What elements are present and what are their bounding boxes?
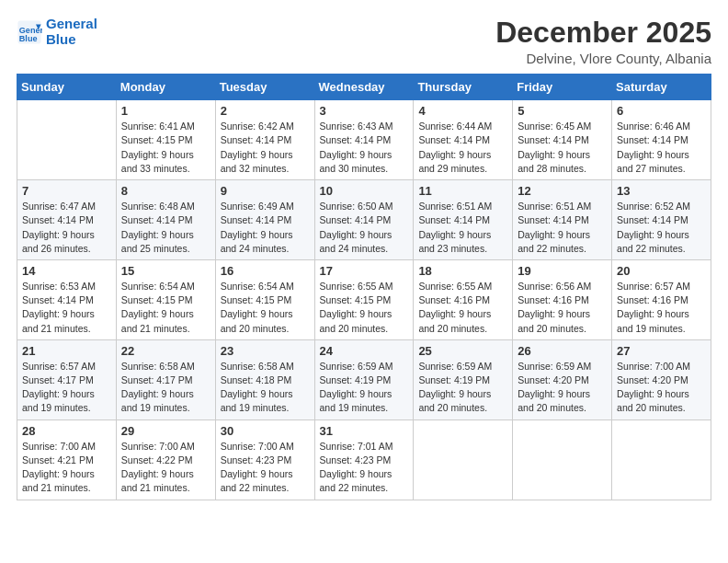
day-number: 14 — [22, 264, 111, 278]
calendar-cell: 27Sunrise: 7:00 AMSunset: 4:20 PMDayligh… — [612, 339, 711, 419]
day-number: 2 — [221, 104, 310, 118]
svg-text:Blue: Blue — [19, 33, 38, 42]
calendar-cell: 7Sunrise: 6:47 AMSunset: 4:14 PMDaylight… — [17, 180, 117, 260]
day-number: 4 — [418, 104, 507, 118]
calendar-cell: 19Sunrise: 6:56 AMSunset: 4:16 PMDayligh… — [513, 259, 612, 339]
calendar-cell: 31Sunrise: 7:01 AMSunset: 4:23 PMDayligh… — [314, 419, 414, 500]
calendar-cell: 20Sunrise: 6:57 AMSunset: 4:16 PMDayligh… — [612, 259, 711, 339]
day-number: 12 — [518, 184, 607, 198]
calendar-cell — [414, 419, 513, 500]
calendar-cell: 6Sunrise: 6:46 AMSunset: 4:14 PMDaylight… — [612, 100, 711, 180]
logo-text2: Blue — [46, 32, 97, 48]
header: General Blue General Blue December 2025 … — [17, 17, 711, 66]
day-info: Sunrise: 6:47 AMSunset: 4:14 PMDaylight:… — [22, 200, 111, 256]
day-info: Sunrise: 7:01 AMSunset: 4:23 PMDaylight:… — [320, 440, 409, 496]
day-number: 18 — [418, 264, 507, 278]
day-info: Sunrise: 6:57 AMSunset: 4:17 PMDaylight:… — [22, 360, 111, 416]
day-number: 7 — [22, 184, 111, 198]
day-info: Sunrise: 6:54 AMSunset: 4:15 PMDaylight:… — [121, 280, 210, 336]
day-info: Sunrise: 6:58 AMSunset: 4:18 PMDaylight:… — [221, 360, 310, 416]
weekday-header-thursday: Thursday — [414, 75, 513, 100]
day-info: Sunrise: 7:00 AMSunset: 4:20 PMDaylight:… — [617, 360, 706, 416]
logo: General Blue General Blue — [17, 17, 97, 47]
calendar-cell: 15Sunrise: 6:54 AMSunset: 4:15 PMDayligh… — [116, 259, 215, 339]
day-number: 19 — [518, 264, 607, 278]
day-number: 1 — [121, 104, 210, 118]
day-number: 27 — [617, 344, 706, 358]
calendar-cell: 9Sunrise: 6:49 AMSunset: 4:14 PMDaylight… — [215, 180, 314, 260]
day-number: 16 — [221, 264, 310, 278]
day-info: Sunrise: 6:44 AMSunset: 4:14 PMDaylight:… — [418, 120, 507, 176]
day-info: Sunrise: 6:49 AMSunset: 4:14 PMDaylight:… — [221, 200, 310, 256]
day-info: Sunrise: 6:41 AMSunset: 4:15 PMDaylight:… — [121, 120, 210, 176]
day-info: Sunrise: 7:00 AMSunset: 4:23 PMDaylight:… — [221, 440, 310, 496]
day-info: Sunrise: 7:00 AMSunset: 4:22 PMDaylight:… — [121, 440, 210, 496]
day-info: Sunrise: 6:51 AMSunset: 4:14 PMDaylight:… — [518, 200, 607, 256]
day-info: Sunrise: 6:59 AMSunset: 4:19 PMDaylight:… — [418, 360, 507, 416]
weekday-header-sunday: Sunday — [17, 75, 117, 100]
calendar-cell: 18Sunrise: 6:55 AMSunset: 4:16 PMDayligh… — [414, 259, 513, 339]
day-info: Sunrise: 6:54 AMSunset: 4:15 PMDaylight:… — [221, 280, 310, 336]
weekday-header-saturday: Saturday — [612, 75, 711, 100]
day-number: 21 — [22, 344, 111, 358]
calendar-week-row: 7Sunrise: 6:47 AMSunset: 4:14 PMDaylight… — [17, 180, 711, 260]
day-number: 11 — [418, 184, 507, 198]
calendar-week-row: 28Sunrise: 7:00 AMSunset: 4:21 PMDayligh… — [17, 419, 711, 500]
day-number: 29 — [121, 424, 210, 438]
calendar-cell: 3Sunrise: 6:43 AMSunset: 4:14 PMDaylight… — [314, 100, 414, 180]
day-info: Sunrise: 6:50 AMSunset: 4:14 PMDaylight:… — [320, 200, 409, 256]
calendar-cell: 2Sunrise: 6:42 AMSunset: 4:14 PMDaylight… — [215, 100, 314, 180]
calendar-cell: 25Sunrise: 6:59 AMSunset: 4:19 PMDayligh… — [414, 339, 513, 419]
calendar-cell — [612, 419, 711, 500]
day-number: 10 — [320, 184, 409, 198]
day-number: 24 — [320, 344, 409, 358]
day-info: Sunrise: 6:59 AMSunset: 4:19 PMDaylight:… — [320, 360, 409, 416]
day-number: 26 — [518, 344, 607, 358]
calendar-cell: 4Sunrise: 6:44 AMSunset: 4:14 PMDaylight… — [414, 100, 513, 180]
day-info: Sunrise: 6:52 AMSunset: 4:14 PMDaylight:… — [617, 200, 706, 256]
subtitle: Delvine, Vlore County, Albania — [495, 51, 711, 66]
day-number: 20 — [617, 264, 706, 278]
logo-text: General — [46, 17, 97, 32]
day-info: Sunrise: 7:00 AMSunset: 4:21 PMDaylight:… — [22, 440, 111, 496]
calendar-cell: 13Sunrise: 6:52 AMSunset: 4:14 PMDayligh… — [612, 180, 711, 260]
calendar-cell — [513, 419, 612, 500]
page: General Blue General Blue December 2025 … — [0, 0, 728, 563]
calendar-cell: 26Sunrise: 6:59 AMSunset: 4:20 PMDayligh… — [513, 339, 612, 419]
calendar-cell — [17, 100, 117, 180]
day-info: Sunrise: 6:53 AMSunset: 4:14 PMDaylight:… — [22, 280, 111, 336]
weekday-header-tuesday: Tuesday — [215, 75, 314, 100]
calendar-cell: 1Sunrise: 6:41 AMSunset: 4:15 PMDaylight… — [116, 100, 215, 180]
calendar-cell: 30Sunrise: 7:00 AMSunset: 4:23 PMDayligh… — [215, 419, 314, 500]
calendar-cell: 22Sunrise: 6:58 AMSunset: 4:17 PMDayligh… — [116, 339, 215, 419]
day-info: Sunrise: 6:58 AMSunset: 4:17 PMDaylight:… — [121, 360, 210, 416]
calendar-cell: 5Sunrise: 6:45 AMSunset: 4:14 PMDaylight… — [513, 100, 612, 180]
main-title: December 2025 — [495, 17, 711, 49]
day-info: Sunrise: 6:45 AMSunset: 4:14 PMDaylight:… — [518, 120, 607, 176]
day-info: Sunrise: 6:51 AMSunset: 4:14 PMDaylight:… — [418, 200, 507, 256]
day-number: 30 — [221, 424, 310, 438]
day-info: Sunrise: 6:57 AMSunset: 4:16 PMDaylight:… — [617, 280, 706, 336]
calendar-cell: 8Sunrise: 6:48 AMSunset: 4:14 PMDaylight… — [116, 180, 215, 260]
calendar-cell: 29Sunrise: 7:00 AMSunset: 4:22 PMDayligh… — [116, 419, 215, 500]
weekday-header-monday: Monday — [116, 75, 215, 100]
day-info: Sunrise: 6:55 AMSunset: 4:16 PMDaylight:… — [418, 280, 507, 336]
calendar-cell: 16Sunrise: 6:54 AMSunset: 4:15 PMDayligh… — [215, 259, 314, 339]
day-number: 17 — [320, 264, 409, 278]
day-number: 8 — [121, 184, 210, 198]
day-number: 15 — [121, 264, 210, 278]
weekday-header-friday: Friday — [513, 75, 612, 100]
calendar-week-row: 1Sunrise: 6:41 AMSunset: 4:15 PMDaylight… — [17, 100, 711, 180]
calendar-cell: 21Sunrise: 6:57 AMSunset: 4:17 PMDayligh… — [17, 339, 117, 419]
day-info: Sunrise: 6:56 AMSunset: 4:16 PMDaylight:… — [518, 280, 607, 336]
calendar-cell: 10Sunrise: 6:50 AMSunset: 4:14 PMDayligh… — [314, 180, 414, 260]
weekday-header-row: SundayMondayTuesdayWednesdayThursdayFrid… — [17, 75, 711, 100]
day-info: Sunrise: 6:42 AMSunset: 4:14 PMDaylight:… — [221, 120, 310, 176]
day-info: Sunrise: 6:43 AMSunset: 4:14 PMDaylight:… — [320, 120, 409, 176]
day-number: 25 — [418, 344, 507, 358]
day-info: Sunrise: 6:46 AMSunset: 4:14 PMDaylight:… — [617, 120, 706, 176]
calendar-cell: 23Sunrise: 6:58 AMSunset: 4:18 PMDayligh… — [215, 339, 314, 419]
day-number: 9 — [221, 184, 310, 198]
weekday-header-wednesday: Wednesday — [314, 75, 414, 100]
day-number: 23 — [221, 344, 310, 358]
